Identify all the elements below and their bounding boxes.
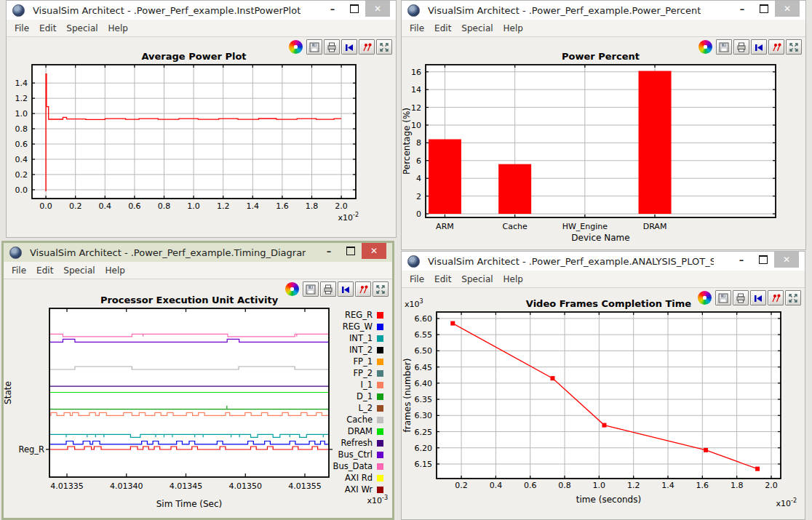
window-controls: – ✕ bbox=[731, 252, 799, 268]
window-title: VisualSim Architect - .Power_Perf_exampl… bbox=[428, 5, 701, 16]
menu-file[interactable]: File bbox=[7, 264, 31, 277]
color-palette-icon[interactable] bbox=[698, 291, 712, 305]
titlebar[interactable]: VisualSim Architect - .Power_Perf_exampl… bbox=[7, 1, 396, 20]
menu-special[interactable]: Special bbox=[58, 264, 100, 277]
toggle-markers-button[interactable] bbox=[355, 281, 371, 297]
menu-bar: File Edit Special Help bbox=[402, 271, 805, 288]
svg-text:REG_R: REG_R bbox=[345, 310, 373, 320]
save-button[interactable] bbox=[715, 290, 731, 305]
color-palette-icon[interactable] bbox=[289, 40, 303, 54]
maximize-plot-button[interactable] bbox=[376, 39, 392, 55]
menu-help[interactable]: Help bbox=[498, 273, 528, 286]
svg-text:FP_2: FP_2 bbox=[353, 368, 373, 378]
minimize-button[interactable]: – bbox=[322, 1, 343, 20]
svg-text:0.2: 0.2 bbox=[15, 170, 28, 180]
svg-text:1.6: 1.6 bbox=[276, 201, 289, 211]
menu-special[interactable]: Special bbox=[61, 22, 103, 35]
menu-file[interactable]: File bbox=[9, 22, 34, 35]
window-controls: – ✕ bbox=[318, 243, 386, 259]
toggle-markers-button[interactable] bbox=[768, 290, 784, 305]
menu-special[interactable]: Special bbox=[456, 273, 498, 286]
svg-text:6.20: 6.20 bbox=[415, 444, 433, 453]
fit-view-button[interactable] bbox=[341, 39, 357, 55]
toggle-markers-button[interactable] bbox=[359, 39, 375, 55]
minimize-button[interactable]: – bbox=[731, 1, 753, 20]
minimize-button[interactable]: – bbox=[318, 243, 340, 262]
save-button[interactable] bbox=[303, 281, 319, 297]
menu-edit[interactable]: Edit bbox=[429, 273, 456, 286]
menu-edit[interactable]: Edit bbox=[429, 22, 456, 35]
svg-text:8: 8 bbox=[416, 138, 421, 148]
app-icon bbox=[9, 247, 22, 259]
svg-text:1.8: 1.8 bbox=[306, 201, 319, 211]
close-button[interactable]: ✕ bbox=[774, 252, 799, 268]
svg-text:4: 4 bbox=[416, 174, 421, 183]
print-button[interactable] bbox=[733, 39, 749, 55]
print-button[interactable] bbox=[733, 290, 749, 305]
fit-view-button[interactable] bbox=[751, 39, 767, 55]
svg-text:0.6: 0.6 bbox=[128, 201, 141, 211]
average-power-chart: 0.00.20.40.60.81.01.21.41.61.82.00.00.20… bbox=[7, 37, 396, 238]
app-icon bbox=[407, 4, 420, 17]
close-button[interactable]: ✕ bbox=[775, 1, 800, 17]
chart-toolbar bbox=[285, 281, 389, 297]
menu-help[interactable]: Help bbox=[103, 22, 133, 35]
svg-text:1.4: 1.4 bbox=[247, 201, 260, 211]
maximize-button[interactable] bbox=[752, 252, 774, 268]
maximize-plot-button[interactable] bbox=[373, 281, 389, 297]
close-button[interactable]: ✕ bbox=[362, 243, 386, 259]
svg-text:Cache: Cache bbox=[346, 415, 373, 425]
menu-help[interactable]: Help bbox=[498, 22, 528, 35]
window-timing-diagram: VisualSim Architect - .Power_Perf_exampl… bbox=[1, 241, 394, 520]
menu-special[interactable]: Special bbox=[456, 22, 498, 35]
maximize-button[interactable] bbox=[340, 243, 362, 259]
svg-text:Cache: Cache bbox=[503, 222, 528, 231]
color-palette-icon[interactable] bbox=[285, 282, 299, 296]
save-button[interactable] bbox=[716, 39, 732, 55]
menu-bar: File Edit Special Help bbox=[402, 20, 805, 37]
window-title: VisualSim Architect - .Power_Perf_exampl… bbox=[428, 256, 714, 267]
svg-text:4.01355: 4.01355 bbox=[288, 481, 322, 491]
print-button[interactable] bbox=[320, 281, 336, 297]
save-icon bbox=[306, 284, 316, 295]
maximize-icon bbox=[759, 255, 768, 264]
svg-text:FP_1: FP_1 bbox=[353, 356, 373, 367]
svg-text:INT_2: INT_2 bbox=[349, 345, 373, 355]
color-palette-icon[interactable] bbox=[698, 40, 712, 54]
expand-icon bbox=[788, 293, 798, 303]
svg-text:0.2: 0.2 bbox=[455, 481, 468, 490]
menu-edit[interactable]: Edit bbox=[34, 22, 61, 35]
titlebar[interactable]: VisualSim Architect - .Power_Perf_exampl… bbox=[4, 243, 392, 262]
save-button[interactable] bbox=[306, 39, 322, 55]
svg-text:Average Power Plot: Average Power Plot bbox=[141, 51, 246, 62]
menu-help[interactable]: Help bbox=[100, 264, 130, 277]
toggle-markers-button[interactable] bbox=[768, 39, 784, 55]
svg-text:0.6: 0.6 bbox=[15, 140, 28, 149]
maximize-button[interactable] bbox=[753, 1, 775, 17]
markers-icon bbox=[358, 284, 368, 295]
svg-text:2.0: 2.0 bbox=[765, 481, 778, 490]
maximize-plot-button[interactable] bbox=[785, 290, 801, 305]
titlebar[interactable]: VisualSim Architect - .Power_Perf_exampl… bbox=[402, 252, 805, 271]
close-button[interactable]: ✕ bbox=[365, 1, 390, 17]
menu-edit[interactable]: Edit bbox=[31, 264, 58, 277]
svg-text:2.0: 2.0 bbox=[335, 201, 348, 211]
titlebar[interactable]: VisualSim Architect - .Power_Perf_exampl… bbox=[402, 1, 805, 20]
maximize-plot-button[interactable] bbox=[786, 39, 802, 55]
svg-text:AXI Rd: AXI Rd bbox=[345, 473, 373, 483]
svg-text:1.6: 1.6 bbox=[696, 481, 709, 490]
menu-file[interactable]: File bbox=[405, 273, 429, 286]
menu-file[interactable]: File bbox=[405, 22, 429, 35]
svg-text:6: 6 bbox=[416, 156, 421, 166]
maximize-button[interactable] bbox=[343, 1, 365, 17]
minimize-button[interactable]: – bbox=[731, 252, 752, 271]
svg-text:0.8: 0.8 bbox=[15, 124, 28, 134]
maximize-icon bbox=[760, 4, 768, 13]
fit-view-button[interactable] bbox=[338, 281, 354, 297]
svg-text:Reg_R: Reg_R bbox=[18, 444, 44, 455]
print-button[interactable] bbox=[324, 39, 340, 55]
menu-bar: File Edit Special Help bbox=[7, 20, 396, 37]
svg-text:State: State bbox=[4, 381, 13, 404]
expand-icon bbox=[789, 42, 799, 52]
fit-view-button[interactable] bbox=[750, 290, 766, 305]
